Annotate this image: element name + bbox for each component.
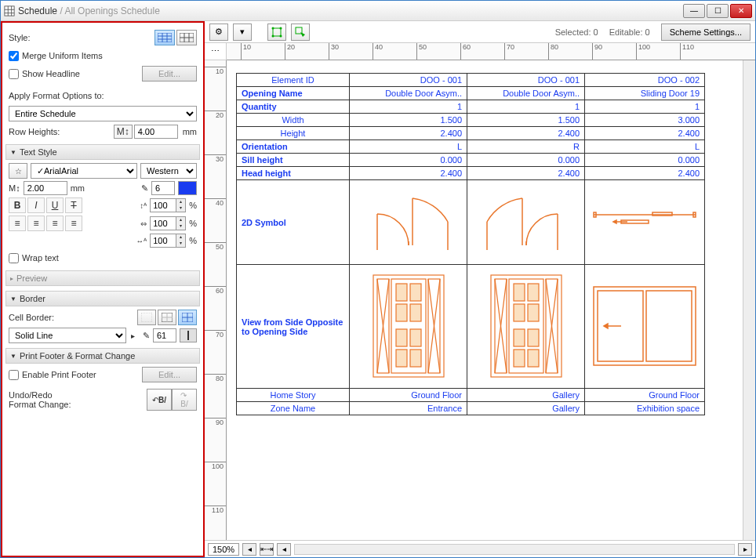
cell-orientation-0[interactable]: L: [350, 140, 467, 154]
settings-button[interactable]: ⚙: [209, 24, 228, 41]
scheme-settings-button[interactable]: Scheme Settings...: [661, 24, 751, 41]
cell-view-2[interactable]: [585, 265, 705, 389]
row-heights-input[interactable]: [134, 125, 178, 139]
text-style-section[interactable]: ▼ Text Style: [5, 144, 200, 160]
row-header-sill_height[interactable]: Sill height: [237, 154, 350, 167]
align-left-button[interactable]: ≡: [9, 216, 26, 231]
redo-format-button[interactable]: ↷B/: [172, 389, 197, 411]
width-spacing-stepper[interactable]: ▴▾: [150, 216, 186, 230]
cell-width-2[interactable]: 3.000: [585, 114, 705, 127]
line-arrow-icon[interactable]: ▸: [131, 332, 135, 340]
font-script-select[interactable]: Western: [140, 163, 197, 179]
cell-sill_height-0[interactable]: 0.000: [350, 154, 467, 167]
cell-view-0[interactable]: [350, 265, 467, 389]
pen-input[interactable]: [151, 181, 175, 195]
select-tool-2-button[interactable]: [291, 24, 310, 41]
bold-button[interactable]: B: [9, 197, 26, 213]
row-header-quantity[interactable]: Quantity: [237, 100, 350, 114]
row-header-orientation[interactable]: Orientation: [237, 140, 350, 154]
zoom-level[interactable]: 150%: [208, 543, 239, 556]
row-header-width[interactable]: Width: [237, 114, 350, 127]
cell-quantity-0[interactable]: 1: [350, 100, 467, 114]
fit-width-button[interactable]: ⇤⇥: [260, 543, 274, 556]
cell-quantity-1[interactable]: 1: [467, 100, 585, 114]
cell-opening_name-0[interactable]: Double Door Asym..: [350, 87, 467, 100]
cell-sill_height-1[interactable]: 0.000: [467, 154, 585, 167]
scroll-right-button[interactable]: ▸: [738, 543, 752, 556]
row-header-element_id[interactable]: Element ID: [237, 74, 350, 87]
italic-button[interactable]: I: [27, 197, 45, 213]
cell-height-1[interactable]: 2.400: [467, 127, 585, 140]
width-spacing-input[interactable]: [151, 219, 176, 228]
apply-format-select[interactable]: Entire Schedule: [9, 106, 197, 121]
font-name-select[interactable]: ✓ArialArial: [31, 163, 137, 179]
cell-opening_name-1[interactable]: Double Door Asym..: [467, 87, 585, 100]
row-header-2d[interactable]: 2D Symbol: [237, 180, 350, 265]
cell-orientation-2[interactable]: L: [585, 140, 705, 154]
style-records-by-rows[interactable]: [154, 30, 175, 45]
pen-color-chip[interactable]: [178, 181, 197, 195]
cell-view-1[interactable]: [467, 265, 585, 389]
scroll-left-button[interactable]: ◂: [277, 543, 291, 556]
footer-section[interactable]: ▼ Print Footer & Format Change: [5, 348, 200, 364]
cell-width-1[interactable]: 1.500: [467, 114, 585, 127]
headline-edit-button[interactable]: Edit...: [142, 66, 197, 82]
merge-uniform-input[interactable]: [9, 51, 19, 61]
select-tool-button[interactable]: [267, 24, 286, 41]
border-pen-swatch[interactable]: [180, 328, 197, 342]
cell-width-0[interactable]: 1.500: [350, 114, 467, 127]
cell-zone_name-1[interactable]: Gallery: [467, 402, 585, 415]
cell-2d-2[interactable]: [585, 180, 705, 265]
cell-head_height-0[interactable]: 2.400: [350, 167, 467, 180]
preview-section[interactable]: ▸ Preview: [5, 270, 200, 286]
cell-home_story-2[interactable]: Ground Floor: [585, 389, 705, 402]
row-header-home_story[interactable]: Home Story: [237, 389, 350, 402]
ruler-corner[interactable]: ⋯: [205, 43, 227, 60]
vertical-scrollbar[interactable]: [743, 60, 755, 540]
cell-zone_name-0[interactable]: Entrance: [350, 402, 467, 415]
align-justify-button[interactable]: ≡: [65, 216, 82, 231]
minimize-button[interactable]: —: [683, 4, 705, 18]
line-spacing-stepper[interactable]: ▴▾: [150, 234, 186, 248]
zoom-prev-button[interactable]: ◂: [242, 543, 256, 556]
show-headline-checkbox[interactable]: Show Headline: [9, 69, 142, 79]
align-center-button[interactable]: ≡: [27, 216, 45, 231]
horizontal-scrollbar[interactable]: [294, 544, 735, 555]
favorite-icon[interactable]: ☆: [9, 163, 27, 179]
enable-footer-input[interactable]: [9, 370, 19, 380]
cell-home_story-0[interactable]: Ground Floor: [350, 389, 467, 402]
maximize-button[interactable]: ☐: [707, 4, 729, 18]
row-header-head_height[interactable]: Head height: [237, 167, 350, 180]
cell-zone_name-2[interactable]: Exhibition space: [585, 402, 705, 415]
undo-format-button[interactable]: ↶B/: [147, 389, 172, 411]
stepper-up[interactable]: ▴: [176, 199, 185, 205]
cell-2d-0[interactable]: [350, 180, 467, 265]
border-none-button[interactable]: [137, 310, 156, 325]
border-section[interactable]: ▼ Border: [5, 291, 200, 306]
close-button[interactable]: ✕: [730, 4, 752, 18]
char-spacing-input[interactable]: [151, 201, 176, 210]
footer-edit-button[interactable]: Edit...: [142, 367, 197, 382]
line-type-select[interactable]: Solid Line: [9, 328, 126, 343]
style-records-by-columns[interactable]: [176, 30, 197, 45]
border-all-button[interactable]: [178, 310, 197, 325]
text-size-input[interactable]: [24, 181, 67, 195]
row-height-mode-icon[interactable]: M↕: [114, 125, 133, 139]
cell-head_height-1[interactable]: 2.400: [467, 167, 585, 180]
wrap-text-input[interactable]: [9, 253, 19, 263]
merge-uniform-checkbox[interactable]: Merge Uniform Items: [9, 48, 197, 63]
cell-home_story-1[interactable]: Gallery: [467, 389, 585, 402]
border-outer-button[interactable]: [158, 310, 176, 325]
cell-element_id-0[interactable]: DOO - 001: [350, 74, 467, 87]
strike-button[interactable]: T: [65, 197, 82, 213]
enable-footer-checkbox[interactable]: Enable Print Footer: [9, 370, 142, 380]
stepper-down[interactable]: ▾: [176, 205, 185, 212]
cell-element_id-2[interactable]: DOO - 002: [585, 74, 705, 87]
row-header-zone_name[interactable]: Zone Name: [237, 402, 350, 415]
wrap-text-checkbox[interactable]: Wrap text: [9, 250, 197, 266]
align-right-button[interactable]: ≡: [46, 216, 64, 231]
cell-orientation-1[interactable]: R: [467, 140, 585, 154]
cell-sill_height-2[interactable]: 0.000: [585, 154, 705, 167]
char-spacing-stepper[interactable]: ▴▾: [150, 198, 186, 212]
border-pen-input[interactable]: [153, 328, 176, 342]
